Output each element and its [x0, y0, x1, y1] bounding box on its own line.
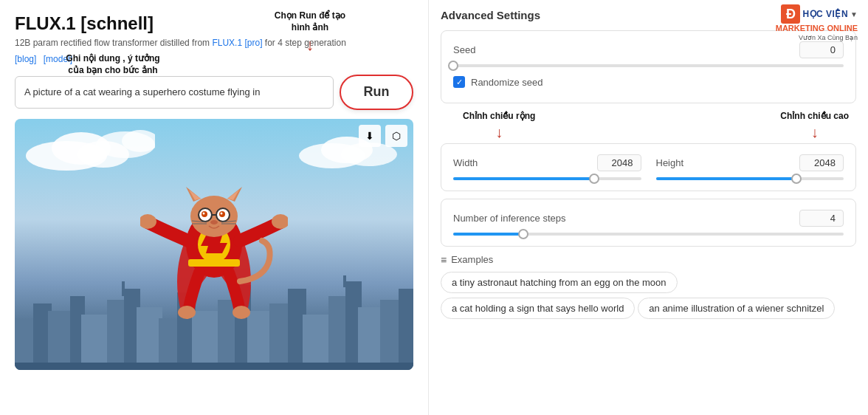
logo-marketing-text: MARKETING ONLINE: [776, 24, 858, 33]
examples-icon: ≡: [441, 254, 447, 266]
svg-point-37: [190, 196, 238, 237]
randomize-seed-checkbox[interactable]: ✓: [453, 76, 465, 88]
width-slider-fill: [453, 177, 594, 180]
inference-steps-slider-track: [453, 233, 844, 236]
examples-section: ≡ Examples a tiny astronaut hatching fro…: [441, 254, 856, 323]
dimensions-card: Width 2048 Height 2048: [441, 143, 856, 191]
width-slider-track: [453, 177, 641, 180]
height-slider-track: [656, 177, 844, 180]
svg-point-58: [178, 306, 196, 319]
svg-rect-27: [358, 307, 384, 370]
height-label: Height: [656, 157, 684, 168]
generated-image: ⬇ ⬡: [15, 119, 413, 370]
image-actions: ⬇ ⬡: [359, 125, 407, 147]
inference-steps-slider-fill: [453, 233, 523, 236]
download-button[interactable]: ⬇: [359, 125, 381, 147]
svg-point-50: [221, 212, 223, 214]
app-description: 12B param rectified flow transformer dis…: [15, 37, 413, 49]
svg-rect-10: [48, 311, 74, 370]
logo-area: Đ HỌC VIỆN ▼ MARKETING ONLINE Vươn Xa Cù…: [776, 4, 858, 41]
example-chip-0[interactable]: a tiny astronaut hatching from an egg on…: [441, 272, 678, 293]
height-slider-thumb[interactable]: [791, 174, 802, 184]
svg-rect-24: [303, 315, 332, 370]
width-value[interactable]: 2048: [597, 154, 641, 171]
svg-rect-32: [343, 275, 346, 287]
examples-title: Examples: [451, 254, 493, 265]
svg-point-49: [203, 212, 205, 214]
svg-rect-30: [122, 281, 125, 296]
logo-chevron-icon: ▼: [850, 10, 858, 18]
run-button[interactable]: Run: [340, 75, 413, 110]
prompt-run-row: Run: [15, 75, 413, 110]
width-slider-thumb[interactable]: [589, 174, 599, 184]
svg-point-59: [232, 306, 250, 319]
app-title: FLUX.1 [schnell]: [15, 13, 413, 34]
inference-steps-label: Number of inference steps: [453, 213, 565, 224]
seed-slider-thumb[interactable]: [448, 61, 458, 71]
inference-steps-slider-thumb[interactable]: [518, 229, 528, 239]
randomize-seed-label: Randomize seed: [471, 77, 543, 88]
seed-label: Seed: [453, 44, 475, 55]
width-label: Width: [453, 157, 478, 168]
flux-pro-link[interactable]: FLUX.1 [pro]: [212, 38, 262, 48]
example-chip-1[interactable]: a cat holding a sign that says hello wor…: [441, 298, 635, 319]
example-chip-2[interactable]: an anime illustration of a wiener schnit…: [638, 298, 835, 319]
width-height-annotations: Chỉnh chiều rộng ↓ Chỉnh chiều cao ↓: [441, 111, 856, 142]
model-link[interactable]: [model]: [44, 54, 72, 64]
share-button[interactable]: ⬡: [385, 125, 407, 147]
inference-steps-card: Number of inference steps 4: [441, 199, 856, 247]
blog-link[interactable]: [blog]: [15, 54, 36, 64]
inference-steps-value[interactable]: 4: [799, 210, 844, 227]
logo-vuon-text: Vươn Xa Cùng Bạn: [776, 34, 858, 41]
clouds-decoration: [22, 126, 155, 171]
height-slider-fill: [656, 177, 797, 180]
svg-rect-33: [15, 363, 413, 370]
width-col: Width 2048: [453, 154, 641, 180]
logo-hoc-vien-text: HỌC VIỆN: [802, 10, 848, 18]
svg-rect-29: [399, 289, 413, 370]
prompt-input[interactable]: [15, 76, 334, 109]
cat-superhero: [140, 163, 288, 326]
height-col: Height 2048: [656, 154, 844, 180]
svg-rect-36: [188, 259, 240, 267]
height-value[interactable]: 2048: [799, 154, 844, 171]
examples-header: ≡ Examples: [441, 254, 856, 266]
seed-slider-track: [453, 64, 844, 67]
example-chips-container: a tiny astronaut hatching from an egg on…: [441, 272, 856, 323]
app-links: [blog] [model]: [15, 54, 413, 64]
svg-rect-12: [81, 315, 111, 370]
logo-d-icon: Đ: [781, 4, 800, 24]
seed-value[interactable]: 0: [799, 41, 844, 58]
svg-point-51: [210, 220, 218, 224]
